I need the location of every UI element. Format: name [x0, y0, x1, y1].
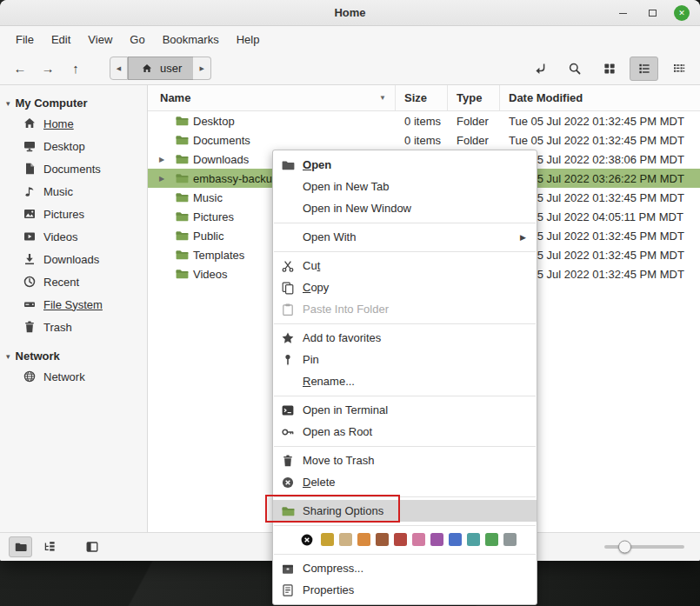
sidebar-item-music[interactable]: Music	[0, 180, 147, 203]
sidebar-item-home[interactable]: Home	[0, 112, 147, 135]
expander-icon[interactable]: ▶	[159, 156, 170, 163]
grid-view-button[interactable]	[595, 57, 623, 81]
context-menu-item-delete[interactable]: Delete	[273, 471, 537, 493]
hide-sidebar-toggle[interactable]	[80, 536, 103, 557]
context-menu-item-paste-into-folder[interactable]: Paste Into Folder	[273, 298, 537, 320]
context-menu: OpenOpen in New TabOpen in New WindowOpe…	[272, 150, 537, 605]
sidebar-section-my-computer[interactable]: ▾My Computer	[0, 94, 147, 112]
breadcrumb-prev-icon: ◀	[117, 65, 121, 72]
color-swatch-7[interactable]	[449, 533, 462, 546]
sidebar-section-network[interactable]: ▾Network	[0, 347, 147, 365]
context-menu-item-open-with[interactable]: Open With▶	[273, 226, 537, 248]
menu-item-label: Delete	[303, 476, 336, 489]
sidebar-item-recent[interactable]: Recent	[0, 270, 147, 293]
context-menu-item-pin[interactable]: Pin	[273, 349, 537, 370]
menu-item-label: Open in New Tab	[303, 180, 390, 193]
file-type: Folder	[448, 134, 500, 147]
menu-item-label: Open in New Window	[303, 202, 411, 215]
compact-view-button[interactable]	[664, 57, 693, 81]
file-row-documents[interactable]: Documents0 itemsFolderTue 05 Jul 2022 01…	[148, 130, 700, 150]
maximize-button[interactable]	[644, 5, 660, 21]
context-menu-item-add-to-favorites[interactable]: Add to favorites	[273, 327, 537, 349]
file-row-desktop[interactable]: Desktop0 itemsFolderTue 05 Jul 2022 01:3…	[148, 111, 700, 130]
expander-icon[interactable]: ▾	[6, 99, 10, 108]
expander-icon[interactable]: ▾	[6, 352, 10, 361]
color-swatch-4[interactable]	[394, 533, 407, 546]
search-button[interactable]	[560, 57, 589, 81]
context-menu-item-rename[interactable]: Rename...	[273, 370, 537, 392]
sidebar-item-desktop[interactable]: Desktop	[0, 135, 147, 157]
forward-button[interactable]: →	[35, 57, 61, 81]
sidebar-item-label: Videos	[43, 230, 78, 243]
context-menu-item-cut[interactable]: Cut	[273, 255, 537, 276]
edit-location-button[interactable]	[525, 57, 554, 81]
context-menu-item-properties[interactable]: Properties	[273, 579, 537, 601]
column-header-date-modified[interactable]: Date Modified	[500, 85, 700, 110]
context-menu-item-sharing-options[interactable]: Sharing Options	[273, 500, 537, 522]
context-menu-item-move-to-trash[interactable]: Move to Trash	[273, 450, 537, 471]
sidebar-item-network[interactable]: Network	[0, 365, 147, 388]
sidebar-item-downloads[interactable]: Downloads	[0, 248, 147, 270]
menubar-item-help[interactable]: Help	[228, 29, 269, 50]
close-icon: ✕	[678, 10, 685, 17]
breadcrumb: ◀ user ▶	[110, 57, 211, 80]
color-swatch-6[interactable]	[430, 533, 443, 546]
color-swatch-9[interactable]	[485, 533, 498, 546]
menubar-item-edit[interactable]: Edit	[43, 29, 79, 50]
close-button[interactable]: ✕	[674, 5, 690, 21]
file-date-modified: Tue 05 Jul 2022 01:32:45 PM MDT	[500, 134, 700, 147]
color-swatch-3[interactable]	[376, 533, 389, 546]
zoom-slider-handle[interactable]	[618, 541, 631, 554]
context-menu-item-open-in-terminal[interactable]: Open in Terminal	[273, 399, 537, 421]
context-menu-item-open[interactable]: Open	[273, 154, 537, 176]
back-button[interactable]: ←	[7, 57, 33, 81]
column-header-size[interactable]: Size	[396, 85, 448, 110]
folder-green-icon	[175, 152, 189, 166]
color-swatch-5[interactable]	[412, 533, 425, 546]
list-view-button[interactable]	[630, 57, 658, 81]
breadcrumb-current-button[interactable]: user	[128, 57, 193, 80]
menubar-item-bookmarks[interactable]: Bookmarks	[154, 29, 228, 50]
trash-icon	[281, 454, 296, 468]
minimize-button[interactable]	[615, 5, 630, 21]
places-sidebar-toggle[interactable]	[9, 536, 32, 557]
menubar-item-view[interactable]: View	[79, 29, 121, 50]
color-swatch-0[interactable]	[321, 533, 334, 546]
color-swatch-8[interactable]	[467, 533, 480, 546]
sidebar-item-videos[interactable]: Videos	[0, 225, 147, 248]
file-name: Templates	[193, 249, 244, 262]
treeview-sidebar-toggle[interactable]	[37, 536, 61, 557]
color-swatch-1[interactable]	[339, 533, 352, 546]
breadcrumb-prev-button[interactable]: ◀	[110, 57, 128, 80]
sidebar-item-file-system[interactable]: File System	[0, 293, 147, 316]
column-header-name[interactable]: Name ▼	[148, 85, 396, 110]
sidebar-item-trash[interactable]: Trash	[0, 316, 147, 338]
context-menu-item-open-as-root[interactable]: Open as Root	[273, 421, 537, 443]
titlebar[interactable]: Home ✕	[0, 0, 700, 26]
file-name: Videos	[193, 268, 228, 281]
treeview-toggle-icon	[43, 540, 57, 554]
context-menu-item-copy[interactable]: Copy	[273, 276, 537, 298]
file-date-modified: Tue 05 Jul 2022 01:32:45 PM MDT	[500, 115, 700, 128]
color-swatch-2[interactable]	[357, 533, 370, 546]
context-menu-item-compress[interactable]: Compress...	[273, 557, 537, 579]
filesystem-icon	[23, 297, 37, 311]
sidebar-item-pictures[interactable]: Pictures	[0, 203, 147, 225]
expander-icon[interactable]: ▶	[159, 175, 170, 183]
sidebar-item-documents[interactable]: Documents	[0, 157, 147, 180]
zoom-slider-track[interactable]	[604, 545, 684, 549]
delete-icon	[281, 476, 296, 489]
context-menu-item-open-in-new-tab[interactable]: Open in New Tab	[273, 176, 537, 197]
menubar-item-go[interactable]: Go	[121, 29, 153, 50]
context-menu-item-open-in-new-window[interactable]: Open in New Window	[273, 197, 537, 219]
zoom-slider[interactable]	[604, 533, 691, 561]
sort-arrow-icon: ▼	[379, 94, 386, 102]
color-swatch-10[interactable]	[503, 533, 517, 546]
menu-item-label: Copy	[303, 281, 329, 294]
menubar-item-file[interactable]: File	[7, 29, 43, 50]
up-button[interactable]: ↑	[63, 57, 89, 81]
column-header-type[interactable]: Type	[448, 85, 500, 110]
file-name: Documents	[193, 134, 250, 147]
menu-item-label: Open in Terminal	[303, 403, 388, 416]
breadcrumb-next-button[interactable]: ▶	[193, 57, 211, 80]
